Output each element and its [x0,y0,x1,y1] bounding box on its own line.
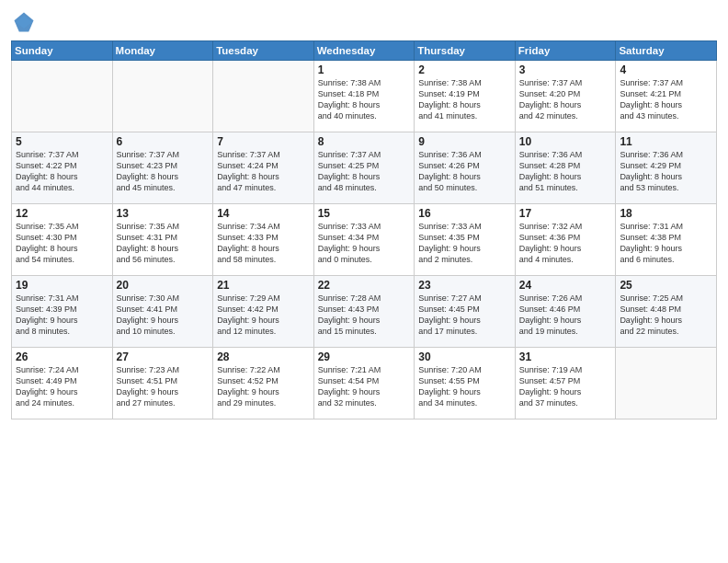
day-info: Sunrise: 7:20 AM Sunset: 4:55 PM Dayligh… [418,364,511,409]
week-row-4: 19Sunrise: 7:31 AM Sunset: 4:39 PM Dayli… [12,276,717,348]
day-info: Sunrise: 7:23 AM Sunset: 4:51 PM Dayligh… [117,364,210,409]
day-info: Sunrise: 7:32 AM Sunset: 4:36 PM Dayligh… [519,221,612,266]
day-number: 22 [318,279,411,292]
day-info: Sunrise: 7:33 AM Sunset: 4:35 PM Dayligh… [418,221,511,266]
day-number: 17 [519,207,612,220]
weekday-row: SundayMondayTuesdayWednesdayThursdayFrid… [12,41,717,61]
day-cell: 1Sunrise: 7:38 AM Sunset: 4:18 PM Daylig… [313,61,415,132]
day-number: 3 [519,63,612,76]
day-number: 8 [318,135,411,148]
day-number: 24 [519,279,612,292]
week-row-5: 26Sunrise: 7:24 AM Sunset: 4:49 PM Dayli… [12,348,717,419]
day-info: Sunrise: 7:26 AM Sunset: 4:46 PM Dayligh… [519,293,612,338]
day-cell [213,61,314,132]
day-number: 15 [318,207,411,220]
day-info: Sunrise: 7:31 AM Sunset: 4:39 PM Dayligh… [16,293,108,338]
day-cell: 6Sunrise: 7:37 AM Sunset: 4:23 PM Daylig… [112,132,213,204]
day-cell: 23Sunrise: 7:27 AM Sunset: 4:45 PM Dayli… [415,276,516,348]
day-info: Sunrise: 7:38 AM Sunset: 4:18 PM Dayligh… [318,77,411,122]
day-number: 2 [418,63,511,76]
day-info: Sunrise: 7:25 AM Sunset: 4:48 PM Dayligh… [620,293,712,338]
day-cell: 27Sunrise: 7:23 AM Sunset: 4:51 PM Dayli… [112,348,213,419]
day-info: Sunrise: 7:37 AM Sunset: 4:23 PM Dayligh… [117,149,210,194]
week-row-2: 5Sunrise: 7:37 AM Sunset: 4:22 PM Daylig… [12,132,717,204]
day-cell: 5Sunrise: 7:37 AM Sunset: 4:22 PM Daylig… [12,132,113,204]
day-number: 11 [620,135,712,148]
day-info: Sunrise: 7:35 AM Sunset: 4:31 PM Dayligh… [117,221,210,266]
day-info: Sunrise: 7:34 AM Sunset: 4:33 PM Dayligh… [217,221,310,266]
day-cell: 28Sunrise: 7:22 AM Sunset: 4:52 PM Dayli… [213,348,314,419]
weekday-header-sunday: Sunday [12,41,113,61]
day-info: Sunrise: 7:37 AM Sunset: 4:21 PM Dayligh… [620,77,712,122]
day-number: 27 [117,350,210,363]
day-number: 25 [620,279,712,292]
weekday-header-tuesday: Tuesday [213,41,314,61]
day-info: Sunrise: 7:22 AM Sunset: 4:52 PM Dayligh… [217,364,310,409]
day-number: 7 [217,135,310,148]
week-row-3: 12Sunrise: 7:35 AM Sunset: 4:30 PM Dayli… [12,204,717,276]
weekday-header-saturday: Saturday [616,41,717,61]
day-info: Sunrise: 7:37 AM Sunset: 4:22 PM Dayligh… [16,149,108,194]
day-info: Sunrise: 7:37 AM Sunset: 4:20 PM Dayligh… [519,77,612,122]
calendar-body: 1Sunrise: 7:38 AM Sunset: 4:18 PM Daylig… [12,61,717,419]
day-info: Sunrise: 7:30 AM Sunset: 4:41 PM Dayligh… [117,293,210,338]
day-cell: 7Sunrise: 7:37 AM Sunset: 4:24 PM Daylig… [213,132,314,204]
day-number: 14 [217,207,310,220]
day-cell [12,61,113,132]
day-cell: 8Sunrise: 7:37 AM Sunset: 4:25 PM Daylig… [313,132,415,204]
day-info: Sunrise: 7:28 AM Sunset: 4:43 PM Dayligh… [318,293,411,338]
header [11,9,717,35]
day-number: 12 [16,207,108,220]
day-info: Sunrise: 7:36 AM Sunset: 4:28 PM Dayligh… [519,149,612,194]
day-number: 19 [16,279,108,292]
weekday-header-thursday: Thursday [415,41,516,61]
day-info: Sunrise: 7:27 AM Sunset: 4:45 PM Dayligh… [418,293,511,338]
day-number: 16 [418,207,511,220]
day-number: 31 [519,350,612,363]
day-cell: 18Sunrise: 7:31 AM Sunset: 4:38 PM Dayli… [616,204,717,276]
day-info: Sunrise: 7:29 AM Sunset: 4:42 PM Dayligh… [217,293,310,338]
weekday-header-friday: Friday [515,41,616,61]
day-number: 10 [519,135,612,148]
day-info: Sunrise: 7:35 AM Sunset: 4:30 PM Dayligh… [16,221,108,266]
weekday-header-monday: Monday [112,41,213,61]
logo-icon [11,9,37,35]
day-info: Sunrise: 7:21 AM Sunset: 4:54 PM Dayligh… [318,364,411,409]
day-info: Sunrise: 7:19 AM Sunset: 4:57 PM Dayligh… [519,364,612,409]
day-cell: 4Sunrise: 7:37 AM Sunset: 4:21 PM Daylig… [616,61,717,132]
day-cell: 26Sunrise: 7:24 AM Sunset: 4:49 PM Dayli… [12,348,113,419]
day-number: 28 [217,350,310,363]
day-number: 13 [117,207,210,220]
day-cell: 2Sunrise: 7:38 AM Sunset: 4:19 PM Daylig… [415,61,516,132]
logo [11,9,40,35]
day-cell: 19Sunrise: 7:31 AM Sunset: 4:39 PM Dayli… [12,276,113,348]
day-cell: 12Sunrise: 7:35 AM Sunset: 4:30 PM Dayli… [12,204,113,276]
day-cell: 31Sunrise: 7:19 AM Sunset: 4:57 PM Dayli… [515,348,616,419]
day-cell: 16Sunrise: 7:33 AM Sunset: 4:35 PM Dayli… [415,204,516,276]
day-cell: 14Sunrise: 7:34 AM Sunset: 4:33 PM Dayli… [213,204,314,276]
day-number: 6 [117,135,210,148]
day-cell: 25Sunrise: 7:25 AM Sunset: 4:48 PM Dayli… [616,276,717,348]
day-number: 18 [620,207,712,220]
day-cell: 22Sunrise: 7:28 AM Sunset: 4:43 PM Dayli… [313,276,415,348]
day-info: Sunrise: 7:36 AM Sunset: 4:29 PM Dayligh… [620,149,712,194]
day-cell: 13Sunrise: 7:35 AM Sunset: 4:31 PM Dayli… [112,204,213,276]
page-container: SundayMondayTuesdayWednesdayThursdayFrid… [0,0,728,563]
day-cell: 10Sunrise: 7:36 AM Sunset: 4:28 PM Dayli… [515,132,616,204]
day-number: 20 [117,279,210,292]
day-number: 1 [318,63,411,76]
day-cell: 20Sunrise: 7:30 AM Sunset: 4:41 PM Dayli… [112,276,213,348]
day-number: 21 [217,279,310,292]
day-cell: 9Sunrise: 7:36 AM Sunset: 4:26 PM Daylig… [415,132,516,204]
day-cell: 17Sunrise: 7:32 AM Sunset: 4:36 PM Dayli… [515,204,616,276]
day-cell: 11Sunrise: 7:36 AM Sunset: 4:29 PM Dayli… [616,132,717,204]
day-cell [616,348,717,419]
day-cell: 24Sunrise: 7:26 AM Sunset: 4:46 PM Dayli… [515,276,616,348]
day-cell: 29Sunrise: 7:21 AM Sunset: 4:54 PM Dayli… [313,348,415,419]
day-number: 23 [418,279,511,292]
day-cell: 3Sunrise: 7:37 AM Sunset: 4:20 PM Daylig… [515,61,616,132]
day-info: Sunrise: 7:33 AM Sunset: 4:34 PM Dayligh… [318,221,411,266]
day-cell: 21Sunrise: 7:29 AM Sunset: 4:42 PM Dayli… [213,276,314,348]
day-info: Sunrise: 7:31 AM Sunset: 4:38 PM Dayligh… [620,221,712,266]
day-number: 5 [16,135,108,148]
